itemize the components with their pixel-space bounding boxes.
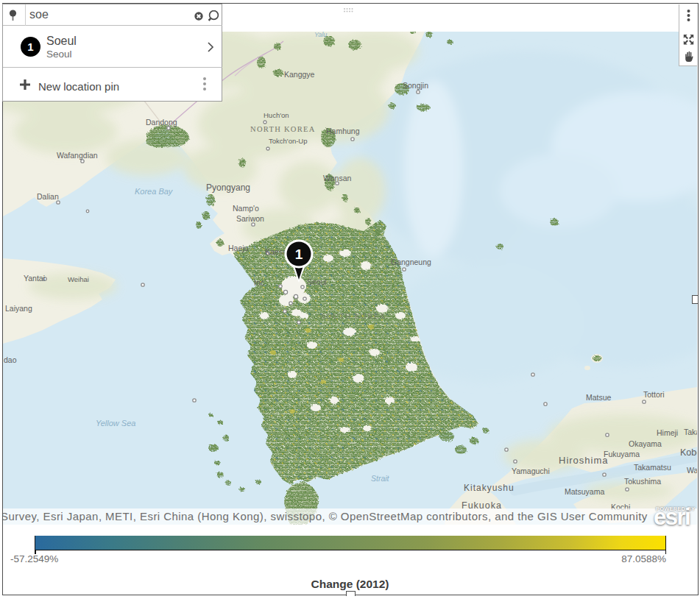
svg-text:Okayama: Okayama	[629, 439, 662, 448]
svg-text:Tokch'on-Up: Tokch'on-Up	[269, 137, 308, 145]
svg-text:dao: dao	[4, 355, 17, 364]
svg-text:NORTH KOREA: NORTH KOREA	[250, 125, 316, 133]
svg-text:Survey, Esri Japan, METI, Esri: Survey, Esri Japan, METI, Esri China (Ho…	[3, 510, 648, 522]
svg-text:Yantai: Yantai	[24, 274, 45, 283]
svg-text:Matsuyama: Matsuyama	[565, 487, 604, 496]
svg-text:Fukuyama: Fukuyama	[604, 450, 640, 458]
svg-text:Seoul: Seoul	[307, 277, 327, 286]
svg-text:Gangneung: Gangneung	[391, 258, 431, 266]
svg-text:Songjin: Songjin	[403, 81, 428, 90]
svg-text:Tokushima: Tokushima	[624, 477, 661, 486]
svg-text:Yellow Sea: Yellow Sea	[96, 419, 135, 428]
svg-text:Kobe: Kobe	[680, 447, 697, 458]
svg-text:Laiyang: Laiyang	[5, 304, 32, 313]
svg-text:Takamatsu: Takamatsu	[634, 463, 671, 472]
svg-text:Weihai: Weihai	[68, 275, 89, 283]
svg-text:Kitakyushu: Kitakyushu	[464, 483, 515, 493]
svg-text:Yamaguchi: Yamaguchi	[512, 467, 550, 475]
svg-text:Takat: Takat	[684, 428, 697, 436]
svg-text:Tottori: Tottori	[643, 390, 665, 399]
svg-text:Pyongyang: Pyongyang	[206, 182, 250, 193]
svg-text:Wonsan: Wonsan	[323, 174, 351, 182]
svg-text:Dandong: Dandong	[146, 118, 177, 127]
svg-text:Dalian: Dalian	[37, 192, 59, 201]
svg-text:1: 1	[295, 247, 303, 262]
svg-text:Wafangdian: Wafangdian	[57, 151, 98, 160]
svg-text:Hiroshima: Hiroshima	[559, 455, 609, 466]
svg-text:Huch'on: Huch'on	[264, 111, 289, 119]
svg-text:SOUTH KOREA: SOUTH KOREA	[321, 312, 386, 320]
svg-text:Matsue: Matsue	[586, 393, 612, 402]
svg-text:Strait: Strait	[371, 474, 390, 483]
svg-text:Wa: Wa	[687, 466, 697, 475]
svg-text:Inc: Inc	[254, 278, 264, 287]
svg-text:Yalu: Yalu	[314, 31, 327, 38]
svg-text:Namp'o: Namp'o	[233, 204, 259, 213]
svg-text:Kanggye: Kanggye	[284, 70, 315, 79]
svg-text:Himeji: Himeji	[657, 428, 678, 437]
svg-text:Haeju: Haeju	[228, 244, 249, 252]
svg-text:Sariwon: Sariwon	[236, 214, 264, 223]
svg-text:Hamhung: Hamhung	[326, 127, 360, 135]
svg-text:Korea Bay: Korea Bay	[135, 187, 174, 196]
